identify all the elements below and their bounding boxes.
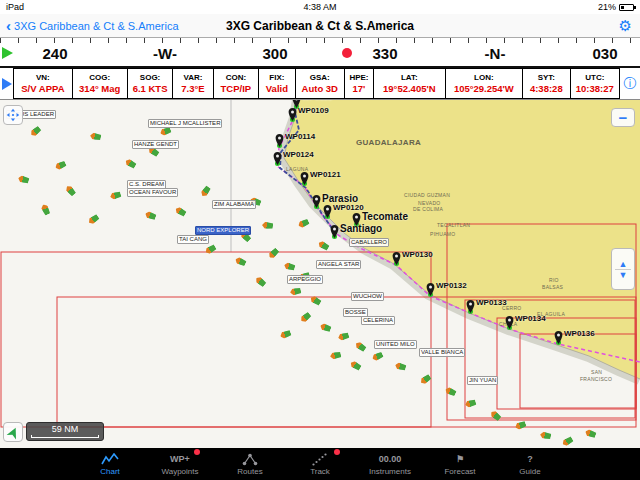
routes-tab-icon bbox=[242, 452, 258, 466]
waypoint-layer: WP0113WP0109WP0114WP0124WP0121ParasioWP0… bbox=[0, 100, 640, 448]
instrument-label: COG: bbox=[89, 73, 110, 83]
waypoint-label[interactable]: WP0124 bbox=[283, 150, 314, 159]
waypoint-pin-icon[interactable] bbox=[330, 224, 339, 237]
waypoint-pin-icon[interactable] bbox=[505, 315, 514, 328]
waypoints-tab-icon: WP+ bbox=[170, 452, 190, 466]
waypoint-label[interactable]: Santiago bbox=[340, 223, 382, 234]
compass-mark--N-: -N- bbox=[485, 45, 506, 62]
instrument-value: 7.3°E bbox=[181, 83, 204, 94]
waypoint-label[interactable]: WP0114 bbox=[285, 132, 315, 141]
tab-track[interactable]: Track bbox=[285, 448, 355, 480]
zoom-out-button[interactable]: − bbox=[611, 108, 635, 127]
instrument-value: 6.1 KTS bbox=[133, 83, 168, 94]
locate-vessel-button[interactable] bbox=[3, 422, 23, 442]
instrument-fix[interactable]: FIX:Valid bbox=[258, 68, 295, 99]
instrument-value: TCP/IP bbox=[221, 83, 252, 94]
compass-green-arrow-icon bbox=[2, 47, 13, 59]
compass-mark-330: 330 bbox=[372, 45, 397, 62]
instrument-vn[interactable]: VN:S/V APPA bbox=[13, 68, 73, 99]
waypoint-pin-icon[interactable] bbox=[288, 107, 297, 120]
tab-label: Track bbox=[310, 467, 330, 476]
instrument-lat[interactable]: LAT:19°52.405'N bbox=[373, 68, 446, 99]
instrument-label: VAR: bbox=[183, 73, 202, 83]
instrument-play-icon[interactable] bbox=[0, 68, 14, 99]
instrument-value: 4:38:28 bbox=[530, 83, 563, 94]
tab-label: Chart bbox=[100, 467, 120, 476]
compass-mark--W-: -W- bbox=[153, 45, 177, 62]
waypoint-pin-icon[interactable] bbox=[554, 330, 563, 343]
instrument-label: VN: bbox=[36, 73, 50, 83]
tab-guide[interactable]: ?Guide bbox=[495, 448, 565, 480]
settings-gear-icon[interactable]: ⚙ bbox=[619, 18, 632, 33]
waypoint-label[interactable]: WP0120 bbox=[333, 203, 364, 212]
instrument-label: UTC: bbox=[585, 73, 604, 83]
instrument-label: LAT: bbox=[401, 73, 418, 83]
waypoint-pin-icon[interactable] bbox=[275, 133, 284, 146]
tab-label: Waypoints bbox=[161, 467, 198, 476]
waypoint-pin-icon[interactable] bbox=[312, 194, 321, 207]
chart-map[interactable]: CETUS LEADERMICHAEL J MCALLISTERHANZE GE… bbox=[0, 100, 640, 448]
instrument-label: GSA: bbox=[310, 73, 330, 83]
chevron-down-icon[interactable]: ▼ bbox=[619, 270, 628, 280]
waypoint-label[interactable]: Tecomate bbox=[362, 211, 408, 222]
waypoint-pin-icon[interactable] bbox=[466, 299, 475, 312]
waypoint-label[interactable]: WP0136 bbox=[564, 329, 595, 338]
instrument-con[interactable]: CON:TCP/IP bbox=[213, 68, 260, 99]
waypoint-pin-icon[interactable] bbox=[426, 282, 435, 295]
waypoint-label[interactable]: WP0133 bbox=[476, 298, 507, 307]
waypoint-label[interactable]: WP0130 bbox=[402, 250, 433, 259]
compass-mark-300: 300 bbox=[262, 45, 287, 62]
battery-icon bbox=[619, 4, 634, 11]
instrument-syt[interactable]: SYT:4:38:28 bbox=[522, 68, 571, 99]
tab-bar: ChartWP+WaypointsRoutesTrack00.00Instrum… bbox=[0, 448, 640, 480]
compass-mark-240: 240 bbox=[42, 45, 67, 62]
tab-waypoints[interactable]: WP+Waypoints bbox=[145, 448, 215, 480]
tab-label: Routes bbox=[237, 467, 262, 476]
waypoint-pin-icon[interactable] bbox=[273, 151, 282, 164]
pan-arrows-icon bbox=[6, 108, 20, 122]
tab-label: Instruments bbox=[369, 467, 411, 476]
instrument-hpe[interactable]: HPE:17' bbox=[344, 68, 374, 99]
waypoint-label[interactable]: WP0109 bbox=[298, 106, 329, 115]
waypoint-label[interactable]: WP0132 bbox=[436, 281, 467, 290]
instrument-gsa[interactable]: GSA:Auto 3D bbox=[295, 68, 345, 99]
waypoint-label[interactable]: WP0113 bbox=[302, 100, 332, 102]
waypoint-pin-icon[interactable] bbox=[323, 204, 332, 217]
instrument-label: FIX: bbox=[269, 73, 284, 83]
status-bar: iPad 4:38 AM 21% bbox=[0, 0, 640, 14]
instrument-value: Auto 3D bbox=[302, 83, 338, 94]
back-label: 3XG Caribbean & Ct & S.America bbox=[14, 20, 178, 32]
instrument-label: HPE: bbox=[349, 73, 368, 83]
instrument-var[interactable]: VAR:7.3°E bbox=[172, 68, 213, 99]
tab-routes[interactable]: Routes bbox=[215, 448, 285, 480]
waypoint-pin-icon[interactable] bbox=[300, 171, 309, 184]
instrument-label: LON: bbox=[474, 73, 494, 83]
instrument-utc[interactable]: UTC:10:38:27 bbox=[570, 68, 620, 99]
forecast-tab-icon: ⚑ bbox=[456, 452, 464, 466]
instrument-sog[interactable]: SOG:6.1 KTS bbox=[127, 68, 174, 99]
scale-bracket bbox=[31, 435, 99, 438]
instrument-value: 19°52.405'N bbox=[383, 83, 436, 94]
tab-forecast[interactable]: ⚑Forecast bbox=[425, 448, 495, 480]
minus-icon: − bbox=[619, 110, 628, 125]
instrument-value: 105°29.254'W bbox=[454, 83, 514, 94]
waypoint-pin-icon[interactable] bbox=[392, 251, 401, 264]
app: iPad 4:38 AM 21% ‹ 3XG Caribbean & Ct & … bbox=[0, 0, 640, 480]
status-time: 4:38 AM bbox=[0, 2, 640, 12]
instrument-lon[interactable]: LON:105°29.254'W bbox=[445, 68, 523, 99]
chart-up-down-control[interactable]: ▲ ▼ bbox=[611, 248, 635, 290]
chevron-up-icon[interactable]: ▲ bbox=[619, 259, 628, 269]
location-arrow-icon bbox=[4, 423, 21, 440]
waypoint-label[interactable]: WP0121 bbox=[310, 170, 341, 179]
cog-marker-icon bbox=[342, 48, 352, 58]
instruments-tab-icon: 00.00 bbox=[379, 452, 402, 466]
instrument-cog[interactable]: COG:314° Mag bbox=[72, 68, 128, 99]
tab-instruments[interactable]: 00.00Instruments bbox=[355, 448, 425, 480]
back-button[interactable]: ‹ 3XG Caribbean & Ct & S.America bbox=[6, 17, 179, 34]
waypoint-label[interactable]: WP0134 bbox=[515, 314, 546, 323]
compass-strip[interactable]: 240-W-300330-N-030 bbox=[0, 38, 640, 68]
info-icon[interactable]: ⓘ bbox=[620, 68, 640, 99]
chart-tab-icon bbox=[101, 452, 119, 466]
pan-mode-button[interactable] bbox=[3, 105, 23, 125]
tab-chart[interactable]: Chart bbox=[75, 448, 145, 480]
